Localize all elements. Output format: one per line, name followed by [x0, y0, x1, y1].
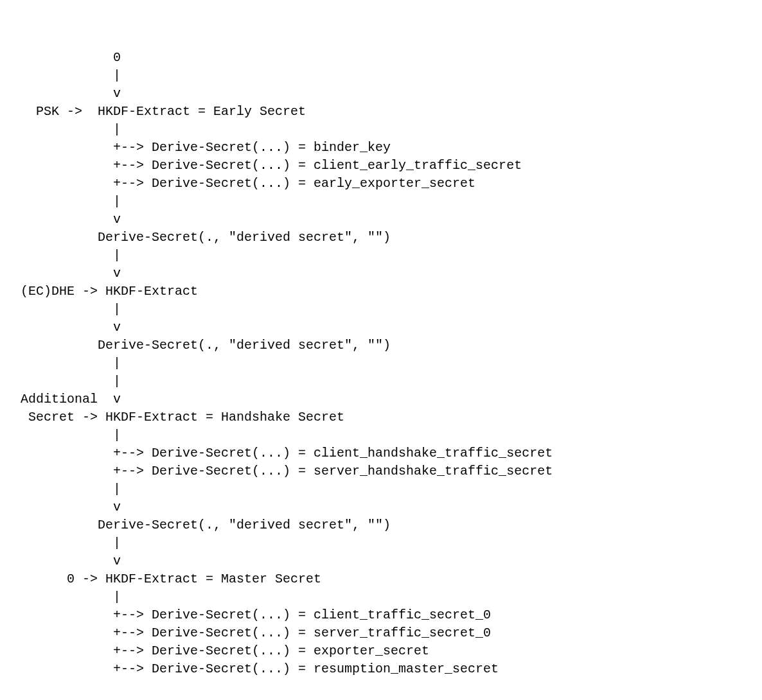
- key-schedule-diagram: 0 | v PSK -> HKDF-Extract = Early Secret…: [13, 49, 749, 678]
